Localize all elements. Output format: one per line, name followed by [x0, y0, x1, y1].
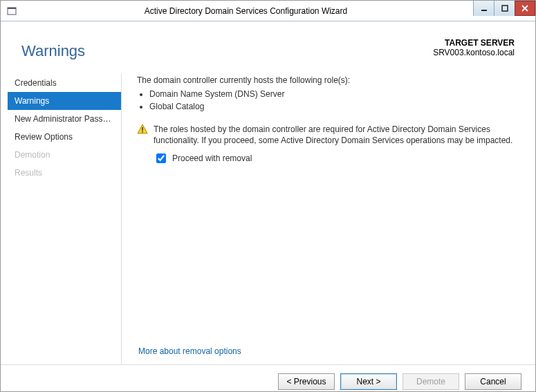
wizard-steps: Credentials Warnings New Administrator P… [1, 74, 122, 364]
footer-buttons: < Previous Next > Demote Cancel [1, 364, 535, 392]
proceed-checkbox-label: Proceed with removal [172, 153, 252, 163]
page-header: Warnings TARGET SERVER SRV003.kontoso.lo… [1, 21, 535, 74]
warning-row: The roles hosted by the domain controlle… [137, 124, 520, 146]
step-new-admin-password[interactable]: New Administrator Passw... [8, 110, 121, 128]
step-demotion: Demotion [8, 146, 121, 164]
cancel-button[interactable]: Cancel [465, 373, 521, 390]
warning-icon [137, 124, 148, 135]
svg-rect-7 [142, 127, 143, 131]
close-button[interactable] [515, 1, 535, 16]
step-review-options[interactable]: Review Options [8, 128, 121, 146]
svg-rect-1 [8, 8, 16, 9]
minimize-button[interactable] [473, 1, 494, 16]
more-about-removal-link[interactable]: More about removal options [138, 346, 241, 356]
step-results: Results [8, 164, 121, 182]
demote-button: Demote [403, 373, 459, 390]
proceed-checkbox[interactable] [156, 153, 166, 163]
step-warnings[interactable]: Warnings [8, 92, 121, 110]
content-panel: The domain controller currently hosts th… [122, 74, 535, 364]
main-area: Credentials Warnings New Administrator P… [1, 74, 535, 364]
page-title: Warnings [21, 42, 85, 60]
target-server-label: TARGET SERVER [433, 38, 515, 48]
role-item: Global Catalog [149, 102, 520, 111]
role-item: Domain Name System (DNS) Server [149, 89, 520, 99]
roles-list: Domain Name System (DNS) Server Global C… [149, 89, 520, 111]
window-buttons [473, 1, 535, 21]
maximize-button[interactable] [494, 1, 515, 16]
title-bar: Active Directory Domain Services Configu… [1, 1, 535, 21]
target-server-info: TARGET SERVER SRV003.kontoso.local [433, 35, 515, 74]
step-credentials[interactable]: Credentials [8, 74, 121, 92]
previous-button[interactable]: < Previous [278, 373, 335, 390]
warning-message: The roles hosted by the domain controlle… [154, 124, 520, 146]
app-icon [5, 4, 19, 18]
proceed-checkbox-row[interactable]: Proceed with removal [154, 151, 520, 165]
svg-rect-8 [142, 131, 143, 133]
svg-rect-3 [502, 6, 508, 11]
next-button[interactable]: Next > [340, 373, 397, 390]
target-server-name: SRV003.kontoso.local [433, 48, 515, 57]
window-title: Active Directory Domain Services Configu… [19, 6, 473, 16]
intro-text: The domain controller currently hosts th… [137, 75, 520, 85]
